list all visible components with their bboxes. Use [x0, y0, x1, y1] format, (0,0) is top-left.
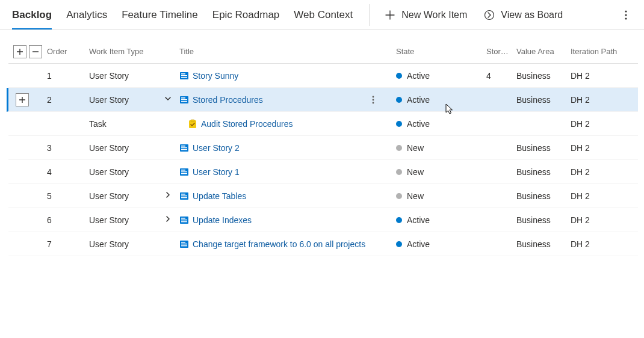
- plus-icon: [19, 96, 26, 103]
- cell-state: New: [394, 167, 484, 177]
- col-state[interactable]: State: [394, 47, 484, 56]
- collapse-all-button[interactable]: [29, 45, 42, 58]
- toolbar-overflow-button[interactable]: [620, 8, 632, 22]
- backlog-row[interactable]: 5User StoryUpdate TablesNewBusinessDH 2: [8, 184, 638, 208]
- svg-rect-47: [181, 221, 187, 222]
- svg-rect-38: [181, 194, 185, 195]
- col-value-area[interactable]: Value Area: [514, 47, 568, 56]
- work-item-link[interactable]: Audit Stored Procedures: [201, 119, 293, 129]
- cell-type: User Story: [87, 95, 159, 105]
- svg-rect-52: [181, 242, 185, 243]
- cell-order: 3: [45, 143, 87, 153]
- col-type[interactable]: Work Item Type: [87, 47, 159, 56]
- state-dot-icon: [396, 73, 402, 79]
- svg-rect-14: [181, 101, 187, 102]
- svg-rect-26: [181, 149, 187, 150]
- cell-iteration: DH 2: [568, 215, 628, 225]
- backlog-row[interactable]: 7User StoryChange target framework to 6.…: [8, 232, 638, 256]
- state-label: Active: [407, 119, 430, 129]
- vertical-dots-icon: [625, 10, 627, 20]
- view-as-board-button[interactable]: View as Board: [484, 10, 563, 20]
- cell-state: Active: [394, 71, 484, 81]
- cell-state: New: [394, 191, 484, 201]
- nav-tab[interactable]: Analytics: [66, 0, 107, 29]
- arrow-circle-right-icon: [484, 10, 495, 20]
- add-child-button[interactable]: [16, 93, 29, 106]
- expand-toggle[interactable]: [159, 191, 177, 201]
- cell-order: 5: [45, 191, 87, 201]
- expand-toggle[interactable]: [159, 215, 177, 225]
- state-label: Active: [407, 95, 430, 105]
- state-label: Active: [407, 215, 430, 225]
- header-expand-controls: [8, 45, 45, 58]
- cell-state: Active: [394, 95, 484, 105]
- cell-type: User Story: [87, 239, 159, 249]
- svg-rect-53: [181, 244, 187, 244]
- cell-title: Story Sunny: [177, 71, 370, 81]
- work-item-link[interactable]: Update Tables: [193, 191, 246, 201]
- chevron-down-icon: [164, 94, 172, 103]
- nav-tab[interactable]: Epic Roadmap: [212, 0, 280, 29]
- backlog-row[interactable]: 6User StoryUpdate IndexesActiveBusinessD…: [8, 208, 638, 232]
- svg-point-3: [625, 17, 627, 19]
- svg-rect-40: [181, 197, 187, 198]
- col-story[interactable]: Story…: [484, 47, 514, 56]
- cell-iteration: DH 2: [568, 143, 628, 153]
- cell-iteration: DH 2: [568, 71, 628, 81]
- svg-rect-19: [191, 120, 194, 121]
- cell-state: Active: [394, 215, 484, 225]
- nav-tab[interactable]: Feature Timeline: [122, 0, 198, 29]
- nav-tab[interactable]: Backlog: [12, 0, 52, 29]
- view-as-board-label: View as Board: [501, 10, 563, 20]
- top-toolbar: BacklogAnalyticsFeature TimelineEpic Roa…: [0, 0, 644, 30]
- user-story-icon: [179, 95, 189, 105]
- backlog-row[interactable]: 3User StoryUser Story 2NewBusinessDH 2: [8, 136, 638, 160]
- cell-story-points: 4: [484, 71, 514, 81]
- expand-all-button[interactable]: [13, 45, 26, 58]
- work-item-link[interactable]: Change target framework to 6.0 on all pr…: [193, 239, 365, 249]
- new-work-item-label: New Work Item: [401, 10, 467, 20]
- svg-rect-7: [181, 77, 187, 78]
- work-item-link[interactable]: Update Indexes: [193, 215, 252, 225]
- nav-tab[interactable]: Web Context: [294, 0, 353, 29]
- cell-type: User Story: [87, 191, 159, 201]
- state-label: New: [407, 191, 424, 201]
- cell-title: Change target framework to 6.0 on all pr…: [177, 239, 370, 249]
- col-iteration[interactable]: Iteration Path: [568, 47, 628, 56]
- work-item-link[interactable]: User Story 1: [193, 167, 240, 177]
- state-dot-icon: [396, 121, 402, 127]
- work-item-link[interactable]: Stored Procedures: [193, 95, 263, 105]
- row-context-menu[interactable]: [370, 96, 394, 104]
- new-work-item-button[interactable]: New Work Item: [385, 10, 467, 20]
- svg-rect-32: [181, 171, 187, 172]
- col-title[interactable]: Title: [177, 47, 370, 56]
- svg-rect-24: [181, 146, 185, 147]
- svg-rect-25: [181, 147, 187, 148]
- backlog-row[interactable]: 1User StoryStory SunnyActive4BusinessDH …: [8, 64, 638, 88]
- svg-point-17: [373, 102, 374, 103]
- cell-type: Task: [87, 119, 159, 129]
- cell-value-area: Business: [514, 215, 568, 225]
- state-dot-icon: [396, 169, 402, 175]
- col-order[interactable]: Order: [45, 47, 87, 56]
- grid-header-row: Order Work Item Type Title State Story… …: [8, 40, 638, 64]
- backlog-row[interactable]: 4User StoryUser Story 1NewBusinessDH 2: [8, 160, 638, 184]
- backlog-row[interactable]: 2User StoryStored ProceduresActiveBusine…: [7, 88, 638, 112]
- svg-rect-5: [181, 73, 185, 75]
- backlog-row[interactable]: TaskAudit Stored ProceduresActiveDH 2: [8, 112, 638, 136]
- chevron-right-icon: [164, 215, 172, 223]
- expand-toggle[interactable]: [159, 94, 177, 105]
- cell-state: Active: [394, 119, 484, 129]
- cell-value-area: Business: [514, 191, 568, 201]
- svg-rect-33: [181, 173, 187, 174]
- svg-point-2: [625, 14, 627, 16]
- backlog-grid: Order Work Item Type Title State Story… …: [0, 30, 644, 256]
- work-item-link[interactable]: User Story 2: [193, 143, 240, 153]
- cell-title: User Story 1: [177, 167, 370, 177]
- cell-type: User Story: [87, 215, 159, 225]
- user-story-icon: [179, 239, 189, 249]
- svg-point-16: [373, 99, 374, 100]
- work-item-link[interactable]: Story Sunny: [193, 71, 238, 81]
- cell-iteration: DH 2: [568, 119, 628, 129]
- state-dot-icon: [396, 217, 402, 223]
